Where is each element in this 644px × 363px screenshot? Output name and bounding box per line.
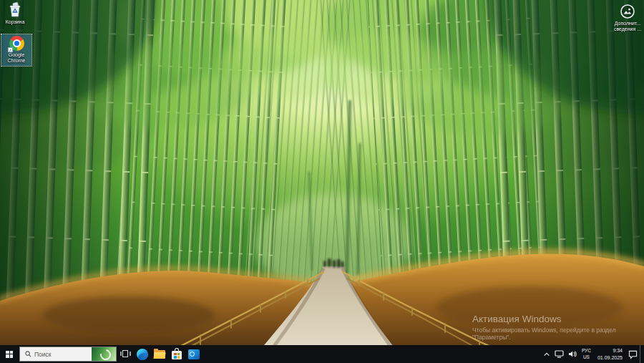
desktop-icon-recycle-bin[interactable]: Корзина	[1, 1, 29, 26]
action-center-button[interactable]	[626, 345, 640, 363]
task-view-icon	[120, 350, 131, 358]
action-center-icon	[628, 350, 638, 359]
recycle-bin-icon	[7, 2, 23, 18]
taskbar-app-outlook[interactable]	[185, 345, 203, 363]
photo-circle-icon	[620, 4, 635, 19]
search-icon	[25, 351, 31, 357]
tray-network-button[interactable]	[552, 345, 566, 363]
start-button[interactable]	[0, 345, 19, 363]
tray-volume-button[interactable]	[566, 345, 579, 363]
taskbar-search-box[interactable]	[19, 347, 117, 362]
taskbar-app-file-explorer[interactable]	[151, 345, 168, 363]
taskbar-app-microsoft-store[interactable]	[168, 345, 185, 363]
chevron-up-icon	[543, 352, 550, 357]
network-ethernet-icon	[555, 350, 564, 358]
desktop-icon-google-chrome[interactable]: ↗ Google Chrome	[1, 34, 31, 66]
outlook-icon	[188, 349, 200, 359]
windows-logo-icon	[6, 351, 13, 358]
search-input[interactable]	[34, 351, 76, 358]
activation-watermark-subtitle: Чтобы активировать Windows, перейдите в …	[472, 326, 644, 341]
system-tray: РУС US 9:34 01.09.2025	[541, 345, 644, 363]
desktop-icon-additional-info[interactable]: Дополнит... сведения ...	[613, 2, 643, 34]
shortcut-arrow-icon: ↗	[8, 47, 13, 52]
desktop-icon-label: Корзина	[6, 19, 25, 25]
activation-watermark-title: Активация Windows	[472, 314, 644, 324]
desktop: Корзина ↗ Google Chrome Дополнит... свед…	[0, 0, 644, 363]
show-desktop-button[interactable]	[640, 345, 644, 363]
taskbar: РУС US 9:34 01.09.2025	[0, 345, 644, 363]
activation-watermark: Активация Windows Чтобы активировать Win…	[472, 314, 644, 341]
task-view-button[interactable]	[117, 345, 134, 363]
search-highlight-image[interactable]	[92, 347, 116, 361]
tray-time: 9:34	[597, 347, 623, 354]
volume-icon	[568, 350, 577, 358]
taskbar-app-edge[interactable]	[134, 345, 151, 363]
language-indicator[interactable]: РУС US	[579, 348, 594, 359]
file-explorer-icon	[154, 350, 165, 359]
edge-icon	[137, 349, 148, 360]
tray-clock[interactable]: 9:34 01.09.2025	[594, 347, 626, 360]
microsoft-store-icon	[172, 351, 182, 359]
tray-date: 01.09.2025	[597, 354, 623, 361]
desktop-icon-label: Дополнит... сведения ...	[614, 21, 641, 33]
desktop-icon-label: Google Chrome	[2, 52, 31, 64]
tray-hidden-icons-button[interactable]	[541, 345, 552, 363]
wallpaper-bamboo-forest	[0, 0, 644, 363]
